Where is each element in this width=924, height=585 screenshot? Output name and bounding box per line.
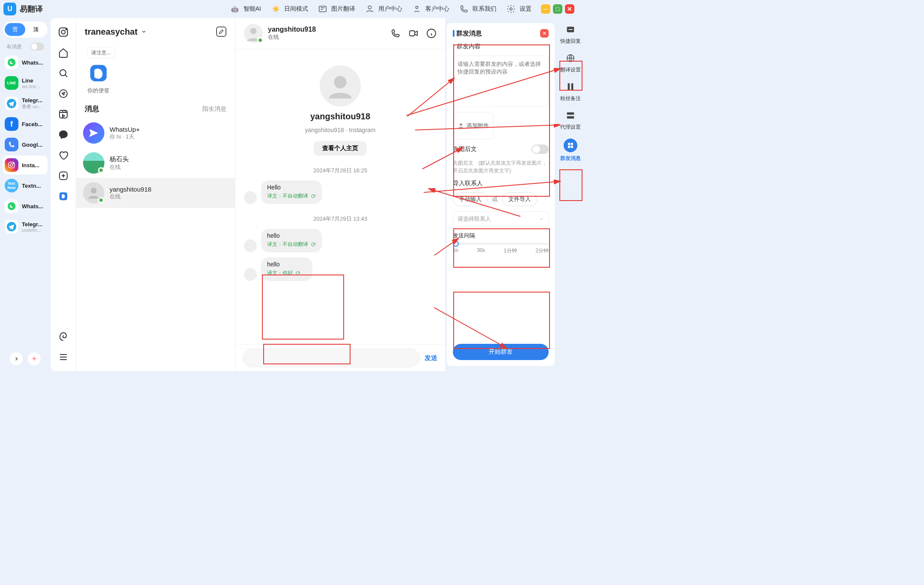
rail-broadcast[interactable]: 群发消息 [560,139,581,162]
compose-button[interactable] [216,27,226,37]
note-caption: 你的便签 [87,87,224,95]
message-translation[interactable]: 译文：你好 [267,269,306,277]
gear-icon [506,4,516,14]
account-sub: 叠叠 un... [22,103,46,110]
rail-fan-notes[interactable]: 粉丝备注 [560,81,581,102]
conversation-item[interactable]: yangshitou918在线 [76,178,235,208]
interval-opt: 2分钟 [535,247,549,254]
account-item-textnow[interactable]: TextNow Textn... [3,176,48,195]
svg-point-1 [368,6,371,9]
note-app-icon[interactable] [87,62,110,84]
svg-point-12 [61,30,65,34]
broadcast-content-input[interactable] [453,56,549,107]
notice-label: 请注意... [87,47,115,59]
nav-search-icon[interactable] [58,68,69,79]
nav-menu-icon[interactable] [58,352,69,363]
svg-rect-31 [567,112,574,115]
svg-point-4 [8,59,15,66]
svg-point-2 [416,6,418,9]
rail-translate-settings[interactable]: 翻译设置 [560,53,581,74]
account-item-facebook[interactable]: f Faceb... [3,115,48,133]
image-translate-icon [318,4,328,14]
topbar-settings-button[interactable]: 设置 [506,4,532,14]
info-button[interactable] [426,28,437,38]
video-call-button[interactable] [408,28,419,38]
svg-point-20 [91,188,96,193]
svg-rect-29 [568,83,570,91]
nav-instagram-icon[interactable] [58,27,69,38]
window-minimize-button[interactable]: ─ [541,4,550,14]
rail-proxy-settings[interactable]: 代理设置 [560,110,581,131]
svg-rect-32 [567,116,574,119]
nav-threads-icon[interactable] [58,331,69,342]
conversation-item[interactable]: WhatsUp+你 hi · 1天 [76,118,235,148]
topbar-theme-button[interactable]: ☀️ 日间模式 [270,4,308,14]
topbar-ai-button[interactable]: 🤖 智能AI [230,4,261,14]
start-broadcast-button[interactable]: 开始群发 [453,344,549,360]
messages-section-title: 消息 [85,104,99,114]
account-item-telegram[interactable]: Telegr...叠叠 un... [3,94,48,113]
right-rail: 快捷回复 翻译设置 粉丝备注 代理设置 群发消息 [557,18,584,371]
account-tab-top[interactable]: 顶 [25,23,46,36]
chat-input[interactable] [243,349,419,367]
profile-avatar [320,65,361,106]
image-first-toggle[interactable] [532,145,549,154]
contact-select-placeholder: 请选择联系人 [458,215,491,223]
window-maximize-button[interactable]: □ [553,4,562,14]
message-bubble[interactable]: hello 译文：不自动翻译 [261,229,322,252]
broadcast-panel-close-button[interactable]: ✕ [540,29,549,38]
topbar-contact-label: 联系我们 [472,5,496,13]
convlist-title[interactable]: traneasychat [85,27,147,37]
nav-create-icon[interactable] [58,170,69,181]
contact-select[interactable]: 请选择联系人 [453,211,549,227]
date-separator: 2024年7月28日 16:25 [313,167,367,174]
call-button[interactable] [390,28,401,38]
nav-home-icon[interactable] [58,47,69,58]
nav-compass-icon[interactable] [58,88,69,99]
window-close-button[interactable]: ✕ [565,4,574,14]
topbar-image-translate-label: 图片翻译 [331,5,355,13]
online-dot-icon [98,167,104,173]
send-button[interactable]: 发送 [425,354,437,362]
topbar-user-center-button[interactable]: 用户中心 [365,4,402,14]
account-name: Textn... [22,183,46,189]
account-item-telegram-2[interactable]: Telegr...undefin... [3,217,48,236]
topbar-contact-button[interactable]: 联系我们 [459,4,496,14]
topbar: U 易翻译 🤖 智能AI ☀️ 日间模式 图片翻译 用户 [0,0,584,18]
topbar-ai-label: 智能AI [244,5,261,13]
account-item-whatsapp[interactable]: Whats... [3,53,48,72]
account-name: Faceb... [22,121,46,127]
or-label: 或 [492,195,498,203]
rail-quick-reply[interactable]: 快捷回复 [560,24,581,45]
accounts-collapse-button[interactable] [10,352,23,365]
view-profile-button[interactable]: 查看个人主页 [314,141,367,156]
attach-file-button[interactable]: 添加附件 [453,112,493,139]
account-item-instagram[interactable]: Insta... [3,156,48,174]
has-message-toggle[interactable] [30,43,44,50]
topbar-image-translate-button[interactable]: 图片翻译 [318,4,355,14]
nav-heart-icon[interactable] [58,150,69,161]
chat-body[interactable]: yangshitou918 yangshitou918 · Instagram … [235,49,445,344]
message-bubble[interactable]: Hello 译文：不自动翻译 [261,180,322,204]
topbar-customer-center-button[interactable]: 客户中心 [412,4,449,14]
account-tab-primary[interactable]: 普 [5,23,25,36]
message-translation[interactable]: 译文：不自动翻译 [267,192,316,200]
file-import-button[interactable]: 文件导入 [502,192,537,206]
google-voice-icon [5,138,18,151]
nav-reels-icon[interactable] [58,109,69,120]
stranger-messages-link[interactable]: 陌生消息 [202,105,226,113]
chevron-down-icon [539,216,544,222]
account-item-whatsapp-2[interactable]: Whats... [3,197,48,216]
nav-messenger-icon[interactable] [58,129,69,140]
nav-app-icon[interactable] [58,191,69,202]
message-bubble[interactable]: hello 译文：你好 [261,257,312,281]
account-item-google[interactable]: Googl... [3,135,48,154]
accounts-column: 普 顶 有消息 Whats... LINE Linews line... [0,18,51,371]
message-avatar [244,191,257,204]
manual-input-button[interactable]: 手动输入 [453,192,488,206]
account-item-line[interactable]: LINE Linews line... [3,74,48,92]
message-translation[interactable]: 译文：不自动翻译 [267,241,316,248]
interval-slider[interactable] [453,243,549,245]
accounts-add-button[interactable]: + [28,352,41,365]
conversation-item[interactable]: 杨石头在线 [76,148,235,178]
